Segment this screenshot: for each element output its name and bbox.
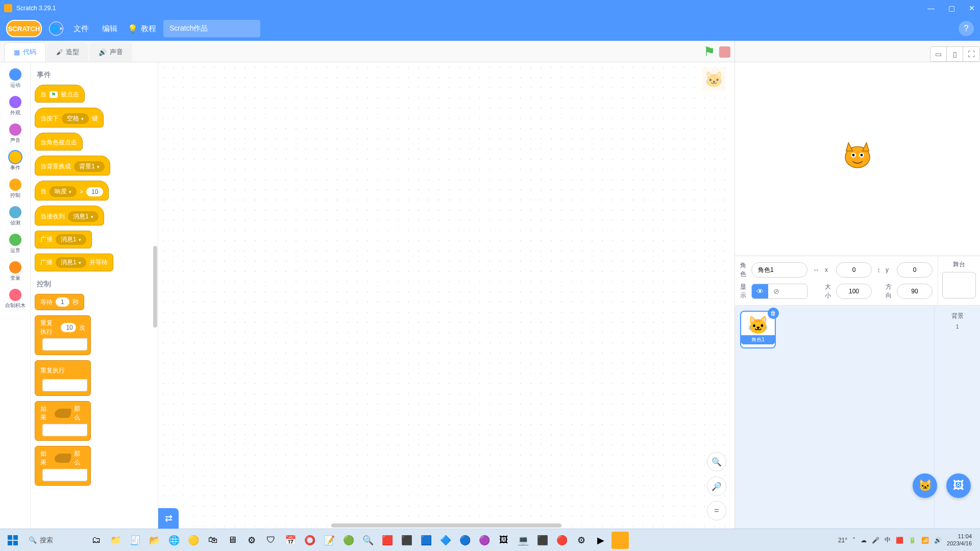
taskbar-app-5[interactable]: 🛡: [262, 532, 280, 549]
category-motion[interactable]: 运动: [3, 66, 28, 91]
scratch-logo[interactable]: SCRATCH: [6, 20, 42, 37]
wait-value-input[interactable]: 1: [56, 297, 69, 307]
delete-sprite-button[interactable]: 🗑: [768, 308, 779, 319]
add-backdrop-button[interactable]: 🖼: [946, 473, 971, 498]
taskbar-app-13[interactable]: 🔷: [437, 532, 454, 549]
taskbar-app-4[interactable]: 🖥: [224, 532, 241, 549]
tray-wifi-icon[interactable]: 📶: [921, 537, 929, 544]
stage-thumbnail[interactable]: [942, 272, 976, 298]
show-button[interactable]: 👁: [752, 284, 768, 298]
category-looks[interactable]: 外观: [3, 94, 28, 118]
taskbar-settings[interactable]: ⚙: [243, 532, 260, 549]
stop-button[interactable]: [719, 46, 730, 58]
sprite-name-input[interactable]: [751, 262, 807, 278]
taskbar-app-20[interactable]: ⚙: [573, 532, 590, 549]
category-sensing[interactable]: 侦测: [3, 204, 28, 229]
tray-battery-icon[interactable]: 🔋: [909, 537, 916, 544]
broadcast-wait-dropdown[interactable]: 消息1: [56, 257, 86, 268]
tray-onedrive-icon[interactable]: ☁: [861, 537, 867, 544]
language-button[interactable]: 🌐▾: [49, 21, 63, 36]
message-dropdown[interactable]: 消息1: [68, 211, 99, 222]
ime-indicator[interactable]: 中: [885, 536, 891, 544]
direction-input[interactable]: [897, 284, 933, 299]
stage[interactable]: [740, 71, 975, 247]
tutorials-button[interactable]: 💡 教程: [128, 24, 156, 34]
tray-chevron-up-icon[interactable]: ˄: [852, 537, 855, 544]
hide-button[interactable]: ⊘: [768, 284, 785, 298]
edit-menu[interactable]: 编辑: [99, 24, 120, 34]
y-input[interactable]: [897, 262, 933, 278]
taskbar-app-10[interactable]: 🟥: [379, 532, 396, 549]
tab-code[interactable]: ▦ 代码: [4, 42, 46, 62]
file-menu[interactable]: 文件: [70, 24, 92, 34]
tab-sounds[interactable]: 🔊 声音: [89, 42, 132, 62]
taskbar-app-16[interactable]: 🖼: [495, 532, 512, 549]
taskbar-app-8[interactable]: 🟢: [340, 532, 357, 549]
help-button[interactable]: ?: [959, 21, 974, 36]
backpack-handle[interactable]: ⇄: [158, 508, 179, 529]
taskbar-clock[interactable]: 11:04 2023/4/16: [947, 533, 972, 546]
taskbar-search[interactable]: 🔍 搜索: [24, 536, 86, 545]
workspace-horizontal-scrollbar[interactable]: [331, 523, 562, 528]
block-when-i-receive[interactable]: 当接收到 消息1: [35, 206, 104, 226]
category-variables[interactable]: 变量: [3, 259, 28, 284]
maximize-button[interactable]: ▢: [947, 4, 955, 12]
taskbar-app-3[interactable]: 📂: [146, 532, 163, 549]
size-input[interactable]: [836, 284, 872, 299]
taskbar-app-11[interactable]: ⬛: [398, 532, 415, 549]
taskbar-app-1[interactable]: 📁: [107, 532, 125, 549]
taskbar-app-9[interactable]: 🔍: [359, 532, 377, 549]
boolean-slot-2[interactable]: [54, 454, 71, 463]
stage-small-button[interactable]: ▭: [930, 47, 947, 61]
green-flag-button[interactable]: ⚑: [703, 44, 715, 60]
x-input[interactable]: [836, 262, 872, 278]
key-dropdown[interactable]: 空格: [62, 113, 89, 124]
task-view-button[interactable]: 🗂: [88, 532, 105, 549]
stage-selector[interactable]: 舞台: [938, 256, 980, 305]
zoom-out-button[interactable]: 🔎: [707, 477, 726, 496]
zoom-reset-button[interactable]: =: [707, 501, 726, 520]
category-control[interactable]: 控制: [3, 177, 28, 201]
taskbar-store[interactable]: 🛍: [204, 532, 222, 549]
block-when-sprite-clicked[interactable]: 当角色被点击: [35, 133, 83, 151]
category-events[interactable]: 事件: [3, 149, 28, 173]
start-button[interactable]: [3, 531, 22, 550]
taskbar-app-17[interactable]: 💻: [514, 532, 532, 549]
close-button[interactable]: ✕: [968, 4, 976, 12]
block-broadcast[interactable]: 广播 消息1: [35, 231, 92, 248]
taskbar-edge[interactable]: 🌐: [165, 532, 183, 549]
category-sound[interactable]: 声音: [3, 121, 28, 146]
block-if-then[interactable]: 如果 那么: [35, 401, 91, 441]
palette-scrollbar[interactable]: [153, 246, 157, 328]
block-forever[interactable]: 重复执行: [35, 360, 91, 396]
loudness-value-input[interactable]: 10: [86, 187, 103, 196]
repeat-value-input[interactable]: 10: [61, 323, 76, 332]
taskbar-app-18[interactable]: ⬛: [534, 532, 551, 549]
block-repeat[interactable]: 重复执行 10 次: [35, 315, 91, 355]
project-name-input[interactable]: [163, 20, 260, 37]
add-sprite-button[interactable]: 🐱: [913, 473, 937, 498]
block-wait-seconds[interactable]: 等待 1 秒: [35, 294, 84, 310]
backdrop-dropdown[interactable]: 背景1: [74, 161, 105, 172]
taskbar-app-19[interactable]: 🔴: [553, 532, 571, 549]
taskbar-app-21[interactable]: ▶: [592, 532, 609, 549]
category-operators[interactable]: 运算: [3, 232, 28, 256]
taskbar-scratch[interactable]: [611, 532, 629, 549]
tab-costumes[interactable]: 🖌 造型: [47, 42, 88, 62]
boolean-slot[interactable]: [54, 409, 71, 418]
taskbar-app-14[interactable]: 🔵: [456, 532, 474, 549]
block-when-backdrop-switches[interactable]: 当背景换成 背景1: [35, 156, 110, 176]
broadcast-dropdown[interactable]: 消息1: [56, 234, 86, 245]
stage-large-button[interactable]: ▯: [947, 47, 963, 61]
stage-sprite-cat[interactable]: [837, 135, 878, 184]
block-when-green-flag-clicked[interactable]: 当 ⚑ 被点击: [35, 85, 85, 103]
taskbar-app-15[interactable]: 🟣: [476, 532, 493, 549]
loudness-dropdown[interactable]: 响度: [50, 186, 77, 197]
category-myblocks[interactable]: 自制积木: [3, 287, 28, 311]
block-palette[interactable]: 事件 当 ⚑ 被点击 当按下 空格 键 当角色被点击 当背景换成 背景1: [31, 62, 158, 529]
taskbar-chrome[interactable]: 🟡: [185, 532, 202, 549]
tray-volume-icon[interactable]: 🔊: [934, 537, 942, 544]
taskbar-app-12[interactable]: 🟦: [418, 532, 435, 549]
zoom-in-button[interactable]: 🔍: [707, 452, 726, 471]
block-broadcast-and-wait[interactable]: 广播 消息1 并等待: [35, 254, 113, 271]
